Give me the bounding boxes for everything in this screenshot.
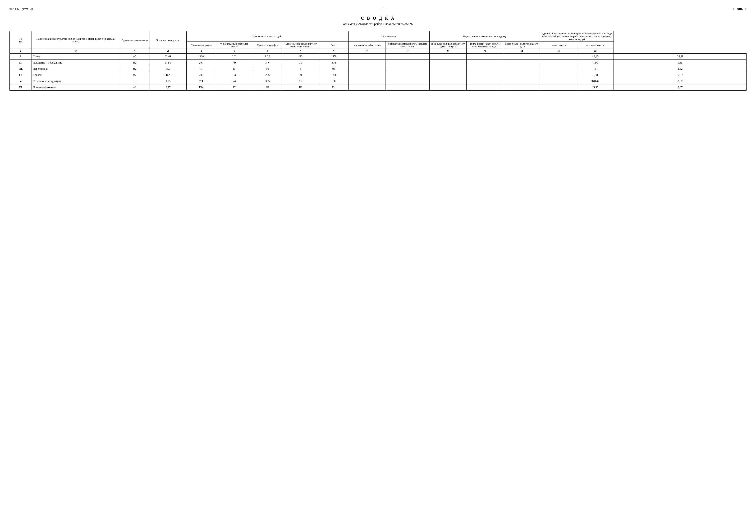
table-row: II.Покрытие и перекрытием23I,59297493463… xyxy=(10,60,746,66)
cell-col9 xyxy=(348,78,385,84)
cell-qty: 32,01 xyxy=(149,53,186,60)
cell-col14 xyxy=(540,78,577,84)
cell-col9 xyxy=(348,66,385,72)
col-header-name: Наименование конструктив‑ных элемен‑тов … xyxy=(32,31,120,49)
cell-col10 xyxy=(386,60,430,66)
cell-col4: IO4 xyxy=(186,84,216,91)
cell-qty: 6,77 xyxy=(149,84,186,91)
table-row: Y.Стальные конструкциит0,9528I243052633I… xyxy=(10,78,746,84)
cell-col13 xyxy=(503,66,540,72)
col-num-10: IO xyxy=(348,49,385,54)
cell-col8: I55I xyxy=(319,53,348,60)
col-header-osnov: основ‑ная зара‑бот. плата xyxy=(348,41,385,49)
cell-num: Y. xyxy=(10,78,32,84)
cell-col12 xyxy=(466,84,503,91)
cell-col12 xyxy=(466,53,503,60)
cell-col13 xyxy=(503,78,540,84)
cell-col4: 297 xyxy=(186,60,216,66)
doc-code-section: 902-I-60 (VIII.84) xyxy=(10,7,33,11)
cell-col13 xyxy=(503,84,540,91)
cell-col15: 6 xyxy=(577,66,614,72)
cell-unit: т xyxy=(120,78,149,84)
title-sub: объемов и стоимости работ к локальной см… xyxy=(10,22,746,26)
col-header-summa: Сум‑ма по гра‑фам xyxy=(253,41,282,49)
cell-col4: 77 xyxy=(186,66,216,72)
cell-col6: 235 xyxy=(253,72,282,78)
cell-name: Стальные конструкции xyxy=(32,78,120,84)
table-row: III.Перегородким2I6,077I39089862,52 xyxy=(10,66,746,72)
cell-col10 xyxy=(386,78,430,84)
cell-col4: 28I xyxy=(186,78,216,84)
col-num-8: 8 xyxy=(282,49,319,54)
cell-col16: 3,37 xyxy=(614,84,746,91)
cell-name: Кровля xyxy=(32,72,120,78)
cell-col13 xyxy=(503,60,540,66)
cell-col15: 8,38 xyxy=(577,72,614,78)
col-num-9: 9 xyxy=(319,49,348,54)
table-body: I.Стеным332,01I228202I428I23I55I48,4539,… xyxy=(10,53,746,91)
cell-col12 xyxy=(466,78,503,84)
cell-name: Проемы а]оконные xyxy=(32,84,120,91)
cell-qty: 28,29 xyxy=(149,72,186,78)
cell-col12 xyxy=(466,66,503,72)
col-num-2: 2 xyxy=(32,49,120,54)
col-num-3: 3 xyxy=(120,49,149,54)
cell-unit: м2 xyxy=(120,84,149,91)
cell-col14 xyxy=(540,60,577,66)
cell-col16: 6,IO xyxy=(614,72,746,78)
cell-col11 xyxy=(430,84,466,91)
cell-col16: 2,52 xyxy=(614,66,746,72)
cell-col7: 30 xyxy=(282,60,319,66)
col-num-5: 5 xyxy=(186,49,216,54)
cell-col13 xyxy=(503,72,540,78)
col-header-vtom: В том числе xyxy=(348,31,430,41)
title-section: С В О Д К А объемов и стоимости работ к … xyxy=(10,16,746,26)
cell-unit: м2 xyxy=(120,60,149,66)
col-num-6: 6 xyxy=(216,49,253,54)
cell-col15: I9,35 xyxy=(577,84,614,91)
cell-col15: 348,42 xyxy=(577,78,614,84)
cell-col11 xyxy=(430,78,466,84)
cell-name: Покрытие и перекрытие xyxy=(32,60,120,66)
col-header-pryamye: Пря‑мые за‑тра‑ты xyxy=(186,41,216,49)
cell-col7: I9 xyxy=(282,72,319,78)
cell-col6: 305 xyxy=(253,78,282,84)
col-number-row: I 2 3 4 5 6 7 8 9 IO II I2 I3 I4 I5 I6 xyxy=(10,49,746,54)
cell-num: IY xyxy=(10,72,32,78)
col-header-suhie: сухие грун‑ты xyxy=(540,41,577,49)
cell-unit: м2 xyxy=(120,72,149,78)
page-number: - 19 - xyxy=(33,7,733,11)
col-num-4: 4 xyxy=(149,49,186,54)
cell-col11 xyxy=(430,60,466,66)
cell-col11 xyxy=(430,66,466,72)
title-main: С В О Д К А xyxy=(10,16,746,21)
cell-col4: I228 xyxy=(186,53,216,60)
col-header-num: №пп xyxy=(10,31,32,49)
cell-col14 xyxy=(540,53,577,60)
cell-col11 xyxy=(430,53,466,60)
col-header-unit: Еди‑ни‑ца из‑ме‑ре‑ния xyxy=(120,31,149,49)
cell-col8: 33I xyxy=(319,78,348,84)
cell-name: Стены xyxy=(32,53,120,60)
cell-col14 xyxy=(540,84,577,91)
cell-col10 xyxy=(386,72,430,78)
cell-col12 xyxy=(466,72,503,78)
col-header-qty: Коли чест во ед. изм. xyxy=(149,31,186,49)
col-num-14: I4 xyxy=(503,49,540,54)
cell-col10 xyxy=(386,84,430,91)
cell-col16: 39,9I xyxy=(614,53,746,60)
col-num-12: I2 xyxy=(430,49,466,54)
cell-col5: 202 xyxy=(216,53,253,60)
table-row: I.Стеным332,01I228202I428I23I55I48,4539,… xyxy=(10,53,746,60)
cell-col11 xyxy=(430,72,466,78)
col-num-16: I6 xyxy=(577,49,614,54)
cell-col6: I428 xyxy=(253,53,282,60)
col-num-7: 7 xyxy=(253,49,282,54)
col-header-naklad2: В на‑клад‑ных рас‑ходах % от суммы по гр… xyxy=(430,41,466,49)
cell-col8: 254 xyxy=(319,72,348,78)
cell-num: III. xyxy=(10,66,32,72)
cell-col15: II,90 xyxy=(577,60,614,66)
cell-num: YI. xyxy=(10,84,32,91)
cell-col12 xyxy=(466,60,503,66)
cell-num: II. xyxy=(10,60,32,66)
